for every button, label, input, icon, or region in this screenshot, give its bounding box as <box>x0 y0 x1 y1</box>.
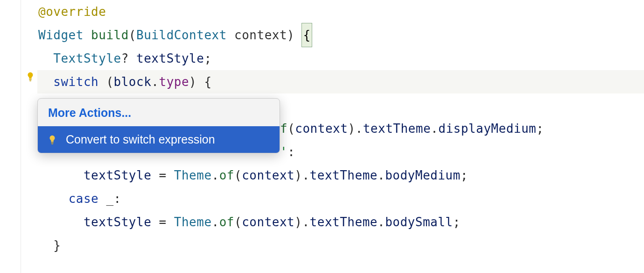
annotation: @override <box>38 5 106 19</box>
type-token: Theme <box>174 168 212 182</box>
dot: . <box>212 168 219 182</box>
dot: . <box>302 168 309 182</box>
dot: . <box>378 168 385 182</box>
more-actions-header[interactable]: More Actions... <box>38 99 280 126</box>
ident: context <box>242 215 294 229</box>
punc: ) <box>294 215 302 229</box>
close-brace: } <box>53 238 61 252</box>
semi: ; <box>204 51 211 65</box>
svg-rect-1 <box>29 80 31 81</box>
punc: ) <box>348 122 355 136</box>
dot: . <box>431 122 438 136</box>
punc: ( <box>129 28 136 42</box>
var: textStyle <box>129 51 204 65</box>
var: textStyle <box>84 215 151 229</box>
code-line[interactable]: textStyle = Theme.of(context).textTheme.… <box>37 210 644 234</box>
code-line[interactable]: TextStyle? textStyle; <box>37 47 644 70</box>
ident: textTheme <box>363 122 431 136</box>
param-name: context <box>227 28 287 42</box>
method-token: of <box>219 168 234 182</box>
ident: displayMedium <box>438 122 536 136</box>
dot: . <box>356 122 363 136</box>
eq: = <box>151 168 174 182</box>
type-token: Widget <box>38 28 84 42</box>
semi: ; <box>461 168 468 182</box>
dot: . <box>151 75 159 89</box>
punc: ) <box>294 168 302 182</box>
code-line[interactable]: Widget build(BuildContext context) { <box>37 23 644 47</box>
keyword: case <box>69 192 99 206</box>
punc: ) { <box>189 75 211 89</box>
ident: textTheme <box>310 215 378 229</box>
dot: . <box>302 215 309 229</box>
eq: = <box>151 215 174 229</box>
string: ' <box>280 145 287 159</box>
ident: context <box>295 122 348 136</box>
ident: block <box>114 75 152 89</box>
lightbulb-icon[interactable] <box>25 72 35 82</box>
wildcard: _ <box>106 192 113 206</box>
ident: context <box>242 168 294 182</box>
svg-rect-2 <box>51 142 54 143</box>
keyword: switch <box>53 75 98 89</box>
code-line-highlighted[interactable]: switch (block.type) { <box>37 70 644 93</box>
brace-highlight: { <box>302 23 311 47</box>
code-line[interactable]: } <box>37 234 644 257</box>
code-line[interactable]: case _: <box>37 187 644 210</box>
ident: textTheme <box>310 168 378 182</box>
method-token: f <box>280 122 287 136</box>
code-line[interactable]: textStyle = Theme.of(context).textTheme.… <box>37 164 644 187</box>
gutter-divider <box>21 0 21 273</box>
param-type: BuildContext <box>136 28 227 42</box>
semi: ; <box>453 215 461 229</box>
convert-switch-expression-action[interactable]: Convert to switch expression <box>38 126 280 153</box>
prop: type <box>159 75 189 89</box>
ident: bodyMedium <box>385 168 461 182</box>
dot: . <box>378 215 385 229</box>
ident: bodySmall <box>385 215 453 229</box>
dot: . <box>212 215 219 229</box>
action-label: Convert to switch expression <box>66 133 215 146</box>
method-token: of <box>219 215 234 229</box>
type-token: TextStyle <box>53 51 121 65</box>
colon: : <box>287 145 295 159</box>
gutter <box>0 0 37 273</box>
method-token: build <box>91 28 129 42</box>
semi: ; <box>536 122 544 136</box>
svg-rect-3 <box>51 144 53 144</box>
punc: ( <box>234 168 242 182</box>
code-line[interactable]: @override <box>37 0 644 23</box>
quick-fix-popup: More Actions... Convert to switch expres… <box>37 98 280 153</box>
svg-rect-0 <box>29 79 32 80</box>
type-token: Theme <box>174 215 212 229</box>
var: textStyle <box>84 168 151 182</box>
punc: ) <box>287 28 294 42</box>
punc: ? <box>121 51 129 65</box>
punc: ( <box>234 215 242 229</box>
lightbulb-icon <box>47 135 57 145</box>
colon: : <box>114 192 121 206</box>
punc: ( <box>287 122 295 136</box>
sp <box>98 192 106 206</box>
punc: ( <box>98 75 113 89</box>
